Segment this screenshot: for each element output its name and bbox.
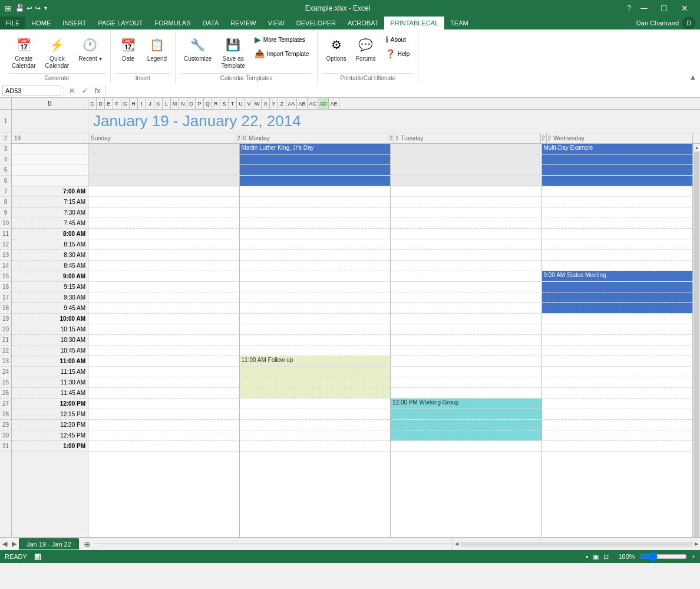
col-header-z[interactable]: Z xyxy=(278,98,286,109)
tue-cell-27-event[interactable]: 12:00 PM Working Group xyxy=(391,399,542,409)
mon-cell-23-event[interactable]: 11:00 AM Follow up xyxy=(240,356,391,366)
scrollbar-spacer xyxy=(693,133,700,143)
col-header-aa[interactable]: AA xyxy=(286,98,297,109)
tab-insert[interactable]: INSERT xyxy=(57,17,92,29)
tue-cell-18 xyxy=(391,303,542,313)
sun-cell-15 xyxy=(88,271,240,281)
save-as-template-button[interactable]: 💾 Save asTemplate xyxy=(217,33,249,72)
col-header-q[interactable]: Q xyxy=(204,98,212,109)
wed-cell-11 xyxy=(542,229,694,239)
col-header-b[interactable]: B xyxy=(12,98,88,109)
col-header-ae[interactable]: AE xyxy=(329,98,339,109)
save-icon[interactable]: 💾 xyxy=(15,4,24,12)
scroll-left-button[interactable]: ◀ xyxy=(453,541,460,548)
add-sheet-button[interactable]: ⊕ xyxy=(79,538,95,550)
tab-acrobat[interactable]: ACROBAT xyxy=(342,17,384,29)
page-layout-view-button[interactable]: ▣ xyxy=(593,553,599,561)
tab-page-layout[interactable]: PAGE LAYOUT xyxy=(92,17,148,29)
options-button[interactable]: ⚙ Options xyxy=(322,33,349,65)
sheet-tab-jan19-22[interactable]: Jan 19 - Jan 22 xyxy=(19,538,79,549)
col-header-f[interactable]: F xyxy=(113,98,121,109)
col-header-g[interactable]: G xyxy=(121,98,130,109)
col-header-d[interactable]: D xyxy=(97,98,105,109)
col-header-h[interactable]: H xyxy=(130,98,138,109)
redo-icon[interactable]: ↪ xyxy=(35,4,41,12)
col-header-ab[interactable]: AB xyxy=(297,98,308,109)
customize-button[interactable]: 🔧 Customize xyxy=(180,33,215,65)
recent-button[interactable]: 🕐 Recent ▾ xyxy=(75,33,105,65)
forums-button[interactable]: 💬 Forums xyxy=(352,33,379,65)
col-header-r[interactable]: R xyxy=(212,98,220,109)
col-header-c[interactable]: C xyxy=(88,98,97,109)
col-header-v[interactable]: V xyxy=(245,98,253,109)
enter-formula-button[interactable]: ✓ xyxy=(80,87,90,95)
wed-cell-15-event[interactable]: 9:00 AM Status Meeting xyxy=(542,271,694,281)
vertical-scrollbar[interactable]: ▲ ▼ xyxy=(693,144,700,563)
formula-input[interactable] xyxy=(108,87,698,94)
sheet-tab-nav-left[interactable]: ◀ xyxy=(0,540,9,548)
restore-button[interactable]: □ xyxy=(654,0,674,17)
minimize-button[interactable]: ─ xyxy=(633,0,654,17)
col-header-s[interactable]: S xyxy=(220,98,229,109)
tab-review[interactable]: REVIEW xyxy=(224,17,262,29)
cancel-formula-button[interactable]: ✕ xyxy=(67,87,77,95)
page-break-view-button[interactable]: ⊡ xyxy=(603,553,609,561)
tab-file[interactable]: FILE xyxy=(0,17,25,29)
col-header-x[interactable]: X xyxy=(262,98,270,109)
col-header-p[interactable]: P xyxy=(196,98,204,109)
import-template-button[interactable]: 📥 Import Template xyxy=(251,47,313,60)
grid-row-14: 8:45 AM xyxy=(12,261,693,271)
cell-reference-box[interactable]: AD53 xyxy=(2,85,61,96)
scroll-thumb[interactable] xyxy=(694,152,699,555)
scroll-up-button[interactable]: ▲ xyxy=(694,144,700,151)
col-header-t[interactable]: T xyxy=(229,98,237,109)
col-header-e[interactable]: E xyxy=(105,98,113,109)
tue-cell-25 xyxy=(391,377,542,387)
col-header-i[interactable]: I xyxy=(138,98,146,109)
col-header-m[interactable]: M xyxy=(171,98,179,109)
zoom-slider[interactable] xyxy=(640,552,687,561)
quick-calendar-button[interactable]: ⚡ QuickCalendar xyxy=(42,33,73,72)
sheet-tab-nav-right[interactable]: ▶ xyxy=(9,540,19,548)
quick-access-toolbar: 💾 ↩ ↪ ▼ xyxy=(15,4,48,12)
row-num-5: 5 xyxy=(0,165,11,176)
undo-icon[interactable]: ↩ xyxy=(27,4,32,12)
wed-cell-3-event[interactable]: Multi-Day Example xyxy=(542,144,694,154)
grid-row-19: 10:00 AM xyxy=(12,314,693,324)
h-scroll-thumb[interactable] xyxy=(460,542,693,547)
zoom-in-button[interactable]: + xyxy=(692,553,695,560)
tab-formulas[interactable]: FORMULAS xyxy=(148,17,196,29)
date-button[interactable]: 📆 Date xyxy=(115,33,141,65)
create-calendar-button[interactable]: 📅 CreateCalendar xyxy=(8,33,39,72)
col-header-ad[interactable]: AD xyxy=(318,98,329,109)
help-ribbon-button[interactable]: ❓ Help xyxy=(382,47,414,60)
tab-developer[interactable]: DEVELOPER xyxy=(290,17,342,29)
col-header-o[interactable]: O xyxy=(187,98,196,109)
about-button[interactable]: ℹ About xyxy=(382,33,414,46)
scroll-right-button[interactable]: ▶ xyxy=(693,541,700,548)
tab-data[interactable]: DATA xyxy=(197,17,225,29)
col-header-k[interactable]: K xyxy=(154,98,163,109)
ribbon-collapse-button[interactable]: ▲ xyxy=(689,73,696,81)
col-header-y[interactable]: Y xyxy=(270,98,278,109)
row-num-15: 15 xyxy=(0,271,11,282)
printablecal-group-label: PrintableCal Ultimate xyxy=(322,73,413,84)
mon-cell-3-event[interactable]: Martin Luther King, Jr's Day xyxy=(240,144,391,154)
tab-printablecal[interactable]: PRINTABLECAL xyxy=(384,17,444,29)
insert-function-button[interactable]: fx xyxy=(93,87,103,95)
help-icon[interactable]: ? xyxy=(627,4,631,12)
close-button[interactable]: ✕ xyxy=(674,0,695,17)
tab-view[interactable]: VIEW xyxy=(262,17,290,29)
col-header-j[interactable]: J xyxy=(146,98,154,109)
customize-qat-icon[interactable]: ▼ xyxy=(43,5,48,11)
col-header-ac[interactable]: AC xyxy=(308,98,318,109)
col-header-n[interactable]: N xyxy=(179,98,187,109)
normal-view-button[interactable]: ▪ xyxy=(586,553,589,560)
tab-home[interactable]: HOME xyxy=(25,17,57,29)
col-header-l[interactable]: L xyxy=(163,98,171,109)
more-templates-button[interactable]: ▶ More Templates xyxy=(251,33,313,46)
col-header-u[interactable]: U xyxy=(237,98,245,109)
col-header-w[interactable]: W xyxy=(253,98,262,109)
tab-team[interactable]: TEAM xyxy=(444,17,474,29)
legend-button[interactable]: 📋 Legend xyxy=(144,33,170,65)
